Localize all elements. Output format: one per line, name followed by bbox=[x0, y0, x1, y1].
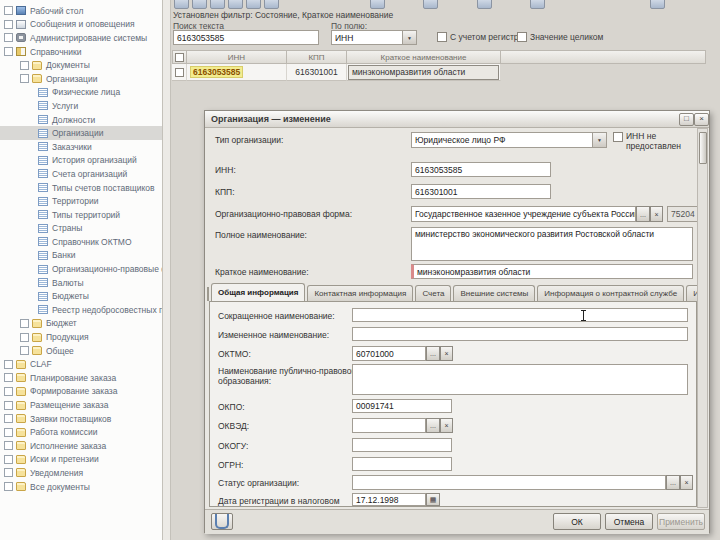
sidebar-item[interactable]: Справочники bbox=[0, 45, 162, 59]
checkbox-icon[interactable] bbox=[175, 53, 184, 62]
okogu-input[interactable] bbox=[352, 438, 452, 452]
case-sensitive-checkbox[interactable]: С учетом регистра bbox=[437, 32, 523, 42]
sidebar-item[interactable]: Формирование заказа bbox=[0, 385, 162, 399]
sidebar-item[interactable]: Документы bbox=[0, 58, 162, 72]
sidebar-item[interactable]: Организации bbox=[0, 126, 162, 140]
cancel-button[interactable]: Отмена bbox=[605, 513, 653, 530]
sidebar-item[interactable]: Заявки поставщиков bbox=[0, 412, 162, 426]
sidebar-item[interactable]: Размещение заказа bbox=[0, 398, 162, 412]
sidebar-item[interactable]: Организации bbox=[0, 72, 162, 86]
tree-expander-icon[interactable] bbox=[4, 360, 13, 369]
sidebar-item[interactable]: Планирование заказа bbox=[0, 371, 162, 385]
toolbar-refresh-icon[interactable] bbox=[423, 0, 438, 9]
sidebar-item[interactable]: Территории bbox=[0, 194, 162, 208]
dialog-titlebar[interactable]: Организация — изменение bbox=[205, 111, 709, 128]
tree-expander-icon[interactable] bbox=[4, 387, 13, 396]
maximize-icon[interactable]: □ bbox=[679, 113, 694, 126]
toolbar-filter-icon[interactable] bbox=[370, 0, 385, 9]
checkbox-icon[interactable] bbox=[613, 132, 623, 142]
tab-contact-info[interactable]: Контактная информация bbox=[307, 285, 413, 301]
sidebar-item[interactable]: Должности bbox=[0, 113, 162, 127]
tab-external-systems[interactable]: Внешние системы bbox=[453, 285, 535, 301]
sidebar-item[interactable]: Счета организаций bbox=[0, 167, 162, 181]
clear-icon[interactable]: × bbox=[440, 418, 453, 433]
sidebar-item[interactable]: Страны bbox=[0, 222, 162, 236]
ok-button[interactable]: ОК bbox=[553, 513, 601, 530]
table-cell-kpp[interactable]: 616301001 bbox=[287, 64, 347, 81]
sidebar-item[interactable]: Бюджеты bbox=[0, 289, 162, 303]
tree-expander-icon[interactable] bbox=[4, 414, 13, 423]
search-input[interactable]: 6163053585 bbox=[173, 30, 319, 45]
selected-cell-box[interactable]: минэкономразвития области bbox=[348, 65, 499, 80]
lookup-icon[interactable]: ... bbox=[636, 206, 650, 222]
tab-accounts[interactable]: Счета bbox=[415, 285, 451, 301]
oktmo-input[interactable]: 60701000 bbox=[352, 346, 426, 361]
sidebar-item[interactable]: Сообщения и оповещения bbox=[0, 18, 162, 32]
sidebar-item[interactable]: Иски и претензии bbox=[0, 453, 162, 467]
toolbar-settings-icon[interactable] bbox=[530, 0, 545, 9]
sidebar-item[interactable]: Реестр недобросовестных поставщиков bbox=[0, 303, 162, 317]
sidebar-item[interactable]: Услуги bbox=[0, 99, 162, 113]
sidebar-scrollbar[interactable] bbox=[163, 0, 171, 540]
lookup-icon[interactable]: ... bbox=[426, 346, 440, 361]
sidebar-item[interactable]: Валюты bbox=[0, 276, 162, 290]
toolbar-open-icon[interactable] bbox=[192, 0, 207, 9]
tree-expander-icon[interactable] bbox=[4, 20, 13, 29]
opf-combo[interactable]: Государственное казенное учреждение субъ… bbox=[411, 206, 636, 222]
tree-expander-icon[interactable] bbox=[20, 319, 29, 328]
abbr-name-input[interactable] bbox=[352, 308, 688, 322]
tree-expander-icon[interactable] bbox=[20, 333, 29, 342]
changed-name-input[interactable] bbox=[352, 327, 688, 341]
column-header-inn[interactable]: ИНН bbox=[187, 50, 287, 64]
tree-expander-icon[interactable] bbox=[4, 6, 13, 15]
sidebar-item[interactable]: Организационно-правовые формы bbox=[0, 262, 162, 276]
tree-expander-icon[interactable] bbox=[4, 47, 13, 56]
sidebar-item[interactable]: Бюджет bbox=[0, 317, 162, 331]
sidebar-item[interactable]: Общее bbox=[0, 344, 162, 358]
sidebar-item[interactable]: Заказчики bbox=[0, 140, 162, 154]
tree-expander-icon[interactable] bbox=[4, 401, 13, 410]
tab-scroll-left-icon[interactable] bbox=[207, 287, 209, 301]
sidebar-item[interactable]: Справочник ОКТМО bbox=[0, 235, 162, 249]
toolbar-edit-icon[interactable] bbox=[210, 0, 225, 9]
sidebar-item[interactable]: Работа комиссии bbox=[0, 425, 162, 439]
clear-icon[interactable]: × bbox=[440, 346, 453, 361]
calendar-icon[interactable]: ▦ bbox=[426, 493, 440, 506]
tab-general-info[interactable]: Общая информация bbox=[211, 283, 305, 301]
toolbar-new-icon[interactable] bbox=[174, 0, 189, 9]
scrollbar-thumb[interactable] bbox=[699, 132, 707, 164]
org-status-input[interactable] bbox=[352, 475, 666, 490]
toolbar-export-icon[interactable] bbox=[477, 0, 492, 9]
sidebar-item[interactable]: Администрирование системы bbox=[0, 31, 162, 45]
table-cell-short-name[interactable]: минэкономразвития области bbox=[347, 64, 501, 81]
toolbar-help-icon[interactable] bbox=[650, 0, 665, 9]
sidebar-item[interactable]: Физические лица bbox=[0, 86, 162, 100]
search-field-combo[interactable]: ИНН bbox=[331, 30, 403, 45]
full-name-textarea[interactable]: министерство экономического развития Рос… bbox=[411, 227, 693, 261]
tree-expander-icon[interactable] bbox=[4, 33, 13, 42]
inn-not-provided-checkbox[interactable]: ИНН не предоставлен bbox=[613, 131, 705, 151]
select-all-header[interactable] bbox=[172, 50, 187, 64]
lookup-icon[interactable]: ... bbox=[426, 418, 440, 433]
tree-expander-icon[interactable] bbox=[4, 455, 13, 464]
sidebar-item[interactable]: Продукция bbox=[0, 330, 162, 344]
sidebar-item[interactable]: Банки bbox=[0, 249, 162, 263]
tree-expander-icon[interactable] bbox=[20, 346, 29, 355]
sidebar-item[interactable]: Типы счетов поставщиков bbox=[0, 181, 162, 195]
clear-icon[interactable]: × bbox=[680, 475, 693, 490]
sidebar-item[interactable]: Все документы bbox=[0, 480, 162, 494]
column-header-short-name[interactable]: Краткое наименование bbox=[347, 50, 501, 64]
tree-expander-icon[interactable] bbox=[20, 61, 29, 70]
okved-input[interactable] bbox=[352, 418, 426, 433]
checkbox-icon[interactable] bbox=[175, 68, 184, 77]
chevron-down-icon[interactable]: ▼ bbox=[403, 30, 417, 45]
tree-expander-icon[interactable] bbox=[4, 468, 13, 477]
exact-value-checkbox[interactable]: Значение целиком bbox=[517, 32, 603, 42]
lookup-icon[interactable]: ... bbox=[666, 475, 680, 490]
org-type-combo[interactable]: Юридическое лицо РФ bbox=[411, 132, 593, 148]
kpp-input[interactable]: 616301001 bbox=[411, 184, 551, 199]
attachments-button[interactable] bbox=[211, 513, 233, 530]
sidebar-item[interactable]: CLAF bbox=[0, 357, 162, 371]
dialog-scrollbar[interactable] bbox=[697, 128, 708, 508]
tree-expander-icon[interactable] bbox=[4, 428, 13, 437]
